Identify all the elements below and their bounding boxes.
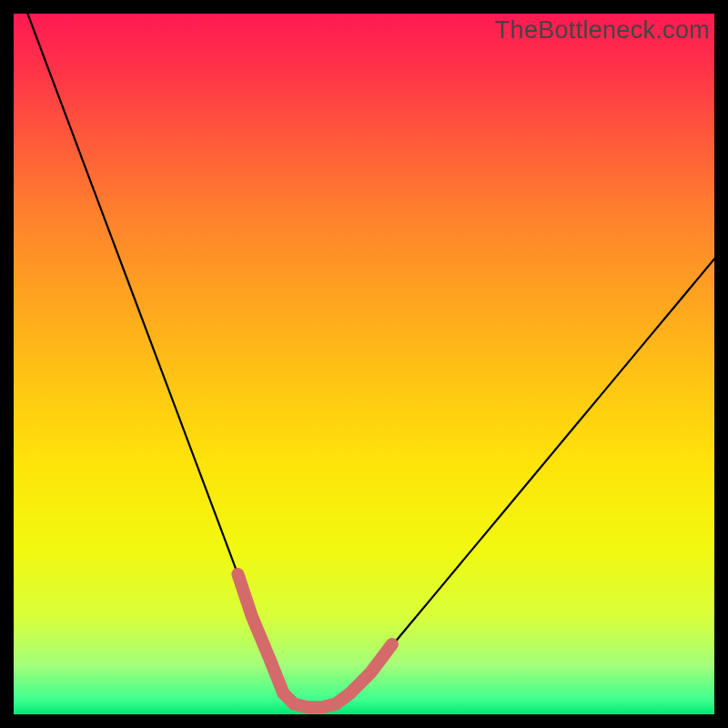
curve-overlay xyxy=(14,14,714,714)
highlight-right-segment xyxy=(350,644,392,693)
highlight-bottom-segment xyxy=(283,693,349,707)
highlight-left-segment xyxy=(238,574,283,693)
curve-right-branch xyxy=(350,259,714,693)
